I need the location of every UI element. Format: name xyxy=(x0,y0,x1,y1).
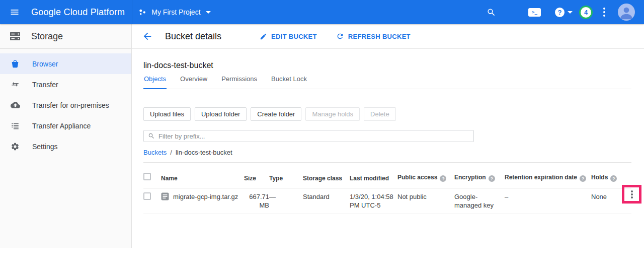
topbar: Google Cloud Platform My First Project >… xyxy=(0,0,644,24)
breadcrumb-buckets-link[interactable]: Buckets xyxy=(143,149,167,156)
notifications-badge[interactable]: 4 xyxy=(579,6,593,19)
refresh-bucket-label: REFRESH BUCKET xyxy=(348,33,411,40)
refresh-bucket-button[interactable]: REFRESH BUCKET xyxy=(336,32,411,40)
caret-down-icon xyxy=(206,11,211,14)
column-header-size: Size xyxy=(244,163,269,188)
menu-icon[interactable] xyxy=(9,6,21,18)
project-icon xyxy=(139,9,146,16)
help-icon[interactable]: ? xyxy=(440,175,446,182)
object-size: 667.71 MB xyxy=(244,188,269,214)
tab-objects[interactable]: Objects xyxy=(143,74,167,89)
object-file-icon xyxy=(161,192,169,200)
cloud-shell-glyph: >_ xyxy=(528,8,541,17)
page-title: Bucket details xyxy=(165,31,221,42)
filter-input[interactable] xyxy=(158,132,469,140)
column-header-name: Name xyxy=(161,163,244,188)
person-icon xyxy=(618,4,635,21)
back-arrow-icon[interactable] xyxy=(142,31,153,42)
sidebar-header: Storage xyxy=(0,24,131,49)
sidebar-item-label: Transfer Appliance xyxy=(32,122,91,130)
sidebar-title: Storage xyxy=(31,31,63,42)
pencil-icon xyxy=(260,33,267,40)
product-name[interactable]: Google Cloud Platform xyxy=(31,7,125,18)
delete-button: Delete xyxy=(364,107,396,121)
sidebar-item-browser[interactable]: Browser xyxy=(0,53,131,74)
avatar[interactable] xyxy=(618,4,635,21)
select-all-checkbox[interactable] xyxy=(143,173,151,180)
bucket-details-content: lin-docs-test-bucket Objects Overview Pe… xyxy=(132,49,644,269)
tab-bucket-lock[interactable]: Bucket Lock xyxy=(271,74,307,89)
manage-holds-button: Manage holds xyxy=(305,107,360,121)
tab-permissions[interactable]: Permissions xyxy=(221,74,258,89)
storage-icon xyxy=(9,30,21,42)
create-folder-button[interactable]: Create folder xyxy=(251,107,301,121)
column-header-storage-class: Storage class xyxy=(303,163,350,188)
refresh-icon xyxy=(336,32,344,40)
transfer-arrows-icon xyxy=(10,80,20,89)
upload-files-button[interactable]: Upload files xyxy=(143,107,191,121)
breadcrumb: Buckets / lin-docs-test-bucket xyxy=(143,149,644,156)
table-row: migrate-gcp-img.tar.gz 667.71 MB — Stand… xyxy=(143,188,631,214)
object-public-access: Not public xyxy=(397,188,454,214)
edit-bucket-label: EDIT BUCKET xyxy=(271,33,317,40)
sidebar-item-transfer-on-premises[interactable]: Transfer for on-premises xyxy=(0,95,131,115)
object-type: — xyxy=(269,188,303,214)
help-icon[interactable]: ? xyxy=(610,175,617,182)
column-header-retention: Retention expiration date? xyxy=(505,163,591,188)
gear-icon xyxy=(10,142,20,151)
column-header-type: Type xyxy=(269,163,303,188)
bucket-name: lin-docs-test-bucket xyxy=(143,61,644,70)
cloud-shell-icon[interactable]: >_ xyxy=(528,8,555,17)
sidebar-item-transfer-appliance[interactable]: Transfer Appliance xyxy=(0,115,131,136)
sidebar-nav: Browser Transfer Transfer for on-premise… xyxy=(0,49,131,157)
object-encryption: Google-managed key xyxy=(454,188,505,214)
tab-bar: Objects Overview Permissions Bucket Lock xyxy=(143,74,631,89)
topbar-actions: >_ ? 4 xyxy=(487,4,635,21)
help-icon[interactable]: ? xyxy=(489,175,495,182)
column-header-public-access: Public access? xyxy=(397,163,454,188)
sidebar: Storage Browser Transfer Transfer for on… xyxy=(0,24,132,248)
column-header-encryption: Encryption? xyxy=(454,163,505,188)
object-storage-class: Standard xyxy=(303,188,350,214)
row-checkbox[interactable] xyxy=(143,192,151,200)
object-last-modified: 1/3/20, 1:04:58 PM UTC-5 xyxy=(350,188,397,214)
sidebar-item-label: Settings xyxy=(32,143,58,151)
sidebar-item-settings[interactable]: Settings xyxy=(0,136,131,157)
appliance-list-icon xyxy=(10,121,20,130)
caret-down-icon xyxy=(568,11,573,14)
help-icon: ? xyxy=(555,8,565,17)
sidebar-item-transfer[interactable]: Transfer xyxy=(0,74,131,95)
notifications-count: 4 xyxy=(584,9,588,16)
edit-bucket-button[interactable]: EDIT BUCKET xyxy=(260,33,317,40)
row-actions-menu-button[interactable] xyxy=(627,188,636,200)
more-options-icon[interactable] xyxy=(601,6,607,19)
breadcrumb-separator: / xyxy=(170,149,172,156)
topbar-divider xyxy=(132,0,132,24)
object-holds: None xyxy=(591,188,631,214)
filter-field[interactable] xyxy=(143,130,474,142)
upload-folder-button[interactable]: Upload folder xyxy=(195,107,247,121)
search-icon[interactable] xyxy=(487,8,496,17)
help-menu[interactable]: ? xyxy=(555,8,573,17)
object-retention: – xyxy=(505,188,591,214)
column-header-holds: Holds? xyxy=(591,163,631,188)
project-name: My First Project xyxy=(151,8,200,16)
bucket-icon xyxy=(10,59,20,69)
table-header-row: Name Size Type Storage class Last modifi… xyxy=(143,163,631,188)
help-icon[interactable]: ? xyxy=(580,175,586,182)
page-header: Bucket details EDIT BUCKET REFRESH BUCKE… xyxy=(132,24,644,49)
object-actions: Upload files Upload folder Create folder… xyxy=(143,107,644,121)
tab-overview[interactable]: Overview xyxy=(180,74,208,89)
app-root: Google Cloud Platform My First Project >… xyxy=(0,0,644,269)
search-icon xyxy=(148,132,155,140)
column-header-last-modified: Last modified xyxy=(350,163,397,188)
project-picker[interactable]: My First Project xyxy=(139,8,210,16)
sidebar-item-label: Transfer for on-premises xyxy=(32,101,109,109)
object-name-link[interactable]: migrate-gcp-img.tar.gz xyxy=(173,192,238,201)
sidebar-item-label: Browser xyxy=(32,60,58,68)
sidebar-item-label: Transfer xyxy=(32,81,58,89)
objects-table: Name Size Type Storage class Last modifi… xyxy=(143,163,631,214)
cloud-upload-icon xyxy=(10,100,20,110)
breadcrumb-current: lin-docs-test-bucket xyxy=(176,149,232,156)
